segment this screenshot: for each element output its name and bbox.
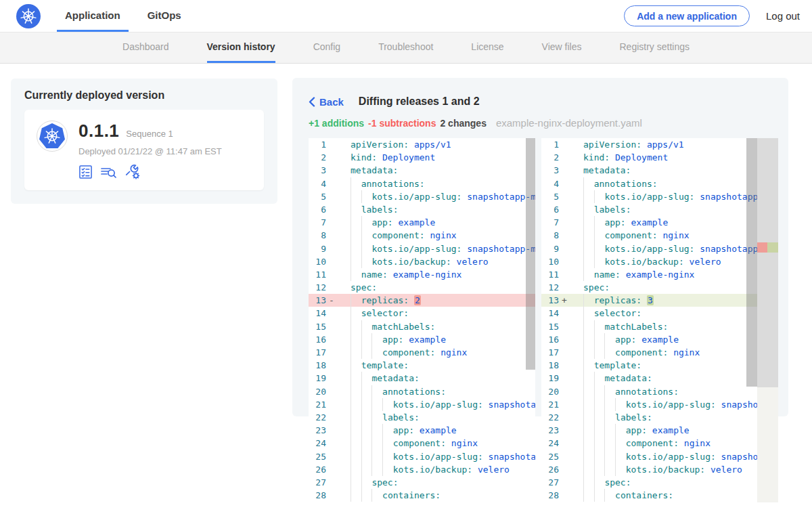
yaml-value: 3 [647,295,654,305]
indent-guide [583,385,594,398]
indent-guide [361,216,372,229]
code-text: kots.io/backup:velero [570,463,778,476]
additions-count: +1 additions [309,118,364,129]
yaml-value: nginx [430,230,456,240]
subnav-item-dashboard[interactable]: Dashboard [122,32,169,63]
yaml-key: kots.io/app-slug: [626,399,716,410]
diff-line: 28containers: [309,489,535,502]
diff-sign [559,398,570,411]
subnav-item-view-files[interactable]: View files [542,32,582,63]
indent-guide [371,411,382,424]
diff-line: 8component:nginx [541,229,778,242]
main-content: Currently deployed version [0,64,812,520]
diff-line: 11name:example-nginx [541,268,778,281]
diff-sign [326,268,337,281]
add-application-button[interactable]: Add a new application [624,5,750,26]
indent-guide [351,372,361,385]
diff-title: Diffing releases 1 and 2 [359,95,480,108]
diff-line: 24component:nginx [309,437,535,450]
indent-guide [583,294,594,307]
indent-guide [615,424,626,437]
yaml-key: kots.io/app-slug: [371,192,461,202]
line-number: 19 [309,372,326,385]
back-button[interactable]: Back [309,96,344,108]
diff-pane-original[interactable]: 1apiVersion:apps/v12kind:Deployment3meta… [309,138,535,502]
indent-guide [594,398,605,411]
yaml-value: example [641,334,679,345]
edit-config-icon[interactable] [125,164,141,179]
indent-guide [371,346,382,359]
overview-ruler-track-lower [757,387,778,502]
indent-guide [604,385,615,398]
subnav-item-license[interactable]: License [471,32,503,63]
line-number: 9 [309,242,326,255]
code-text: kots.io/app-slug:snapshotap [570,398,778,411]
indent-guide [361,385,372,398]
diff-line: 13-replicas:2 [309,294,535,307]
yaml-value: apps/v1 [647,139,684,150]
overview-ruler [757,138,778,502]
line-number: 15 [309,320,326,333]
diff-line: 8component:nginx [309,229,535,242]
diff-line: 1apiVersion:apps/v1 [309,138,535,151]
diff-line: 7app:example [541,216,778,229]
code-text: labels: [337,203,535,216]
yaml-key: name: [594,269,621,280]
diff-sign [326,229,337,242]
primary-tab-application[interactable]: Application [57,0,129,32]
line-number: 7 [309,216,326,229]
indent-guide [361,424,372,437]
logout-button[interactable]: Log out [766,10,800,22]
diff-sign [326,203,337,216]
primary-tab-gitops[interactable]: GitOps [139,0,189,32]
diff-line: 19metadata: [541,372,778,385]
indent-guide [583,359,594,372]
scrollbar-thumb[interactable] [526,138,535,370]
scrollbar-thumb[interactable] [746,138,757,387]
diff-sign [326,255,337,268]
diff-line: 11name:example-nginx [309,268,535,281]
indent-guide [583,372,594,385]
indent-guide [361,372,372,385]
indent-guide [604,424,615,437]
line-number: 21 [541,398,559,411]
diff-sign [326,138,337,151]
code-text: containers: [337,489,535,502]
indent-guide [351,216,361,229]
indent-guide [604,463,615,476]
indent-guide [594,255,605,268]
diff-sign [326,398,337,411]
diff-sign: - [326,294,337,307]
subnav-item-version-history[interactable]: Version history [207,32,275,63]
yaml-key: app: [626,425,647,435]
preflight-checklist-icon[interactable] [78,165,93,179]
diff-line: 20annotations: [309,385,535,398]
yaml-key: labels: [615,412,652,422]
subnav-item-config[interactable]: Config [313,32,340,63]
indent-guide [615,398,626,411]
line-number: 10 [541,255,559,268]
diff-sign [559,268,570,281]
deploy-logs-icon[interactable] [100,165,117,179]
indent-guide [583,411,594,424]
diff-panel: Back Diffing releases 1 and 2 +1 additio… [292,78,788,416]
diff-sign [326,437,337,450]
yaml-key: metadata: [351,165,398,175]
yaml-key: annotations: [615,387,679,397]
diff-sign [559,437,570,450]
subnav-item-registry-settings[interactable]: Registry settings [620,32,690,63]
yaml-value: velero [710,464,742,475]
indent-guide [382,450,393,463]
diff-sign [559,255,570,268]
indent-guide [382,424,393,437]
diff-line: 14selector: [541,307,778,320]
indent-guide [594,229,605,242]
subnav-item-troubleshoot[interactable]: Troubleshoot [378,32,433,63]
diff-sign [559,372,570,385]
indent-guide [351,294,361,307]
yaml-key: component: [382,347,435,358]
indent-guide [615,450,626,463]
yaml-value: 2 [414,295,421,305]
back-label: Back [319,96,344,108]
diff-pane-modified[interactable]: 1apiVersion:apps/v12kind:Deployment3meta… [541,138,778,502]
